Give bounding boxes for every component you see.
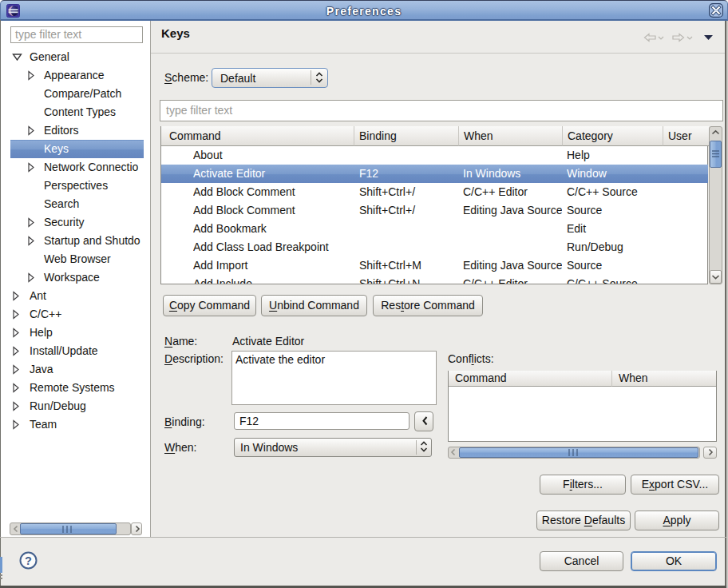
- svg-text:?: ?: [25, 554, 32, 567]
